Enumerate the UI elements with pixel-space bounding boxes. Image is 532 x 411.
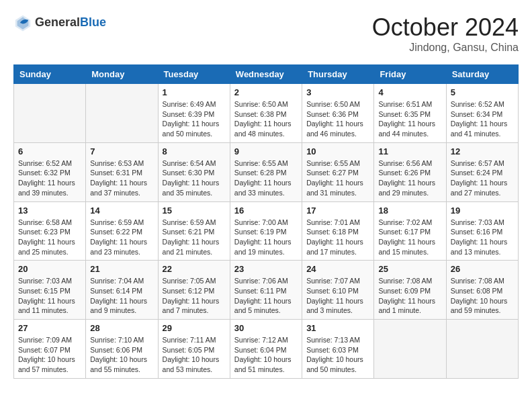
calendar-week-2: 6Sunrise: 6:52 AMSunset: 6:32 PMDaylight…: [14, 142, 519, 201]
calendar-cell: 20Sunrise: 7:03 AMSunset: 6:15 PMDayligh…: [14, 261, 86, 320]
day-info: Sunrise: 6:56 AMSunset: 6:26 PMDaylight:…: [378, 158, 441, 198]
calendar-cell: 25Sunrise: 7:08 AMSunset: 6:09 PMDayligh…: [374, 261, 446, 320]
day-header-sunday: Sunday: [14, 65, 86, 84]
logo-icon: [13, 13, 32, 32]
day-number: 28: [90, 323, 153, 333]
day-info: Sunrise: 6:51 AMSunset: 6:35 PMDaylight:…: [378, 99, 441, 139]
logo-text: GeneralBlue: [35, 16, 106, 30]
calendar-cell: 22Sunrise: 7:05 AMSunset: 6:12 PMDayligh…: [158, 261, 230, 320]
calendar-cell: [374, 320, 446, 379]
calendar-header-row: SundayMondayTuesdayWednesdayThursdayFrid…: [14, 65, 519, 84]
day-number: 4: [378, 87, 441, 97]
day-info: Sunrise: 6:53 AMSunset: 6:31 PMDaylight:…: [90, 158, 153, 198]
day-number: 25: [378, 264, 441, 274]
day-number: 21: [90, 264, 153, 274]
calendar-cell: 10Sunrise: 6:55 AMSunset: 6:27 PMDayligh…: [302, 142, 374, 201]
day-number: 27: [18, 323, 81, 333]
day-info: Sunrise: 6:52 AMSunset: 6:32 PMDaylight:…: [18, 158, 81, 198]
month-title: October 2024: [372, 13, 519, 42]
calendar-cell: 1Sunrise: 6:49 AMSunset: 6:39 PMDaylight…: [158, 84, 230, 143]
day-number: 24: [306, 264, 369, 274]
day-info: Sunrise: 6:49 AMSunset: 6:39 PMDaylight:…: [163, 99, 226, 139]
calendar-cell: 9Sunrise: 6:55 AMSunset: 6:28 PMDaylight…: [230, 142, 302, 201]
day-info: Sunrise: 7:11 AMSunset: 6:05 PMDaylight:…: [163, 335, 226, 375]
calendar-cell: 2Sunrise: 6:50 AMSunset: 6:38 PMDaylight…: [230, 84, 302, 143]
logo: GeneralBlue: [13, 13, 106, 32]
day-number: 14: [90, 205, 153, 216]
calendar-cell: 26Sunrise: 7:08 AMSunset: 6:08 PMDayligh…: [446, 261, 518, 320]
calendar-cell: 6Sunrise: 6:52 AMSunset: 6:32 PMDaylight…: [14, 142, 86, 201]
day-number: 15: [163, 205, 226, 216]
day-number: 22: [163, 264, 226, 274]
day-info: Sunrise: 7:03 AMSunset: 6:15 PMDaylight:…: [18, 276, 81, 316]
day-header-friday: Friday: [374, 65, 446, 84]
day-info: Sunrise: 7:08 AMSunset: 6:08 PMDaylight:…: [451, 276, 514, 316]
day-number: 9: [234, 146, 298, 156]
calendar-cell: 3Sunrise: 6:50 AMSunset: 6:36 PMDaylight…: [302, 84, 374, 143]
calendar-cell: 14Sunrise: 6:59 AMSunset: 6:22 PMDayligh…: [86, 201, 158, 261]
calendar-cell: 11Sunrise: 6:56 AMSunset: 6:26 PMDayligh…: [374, 142, 446, 201]
day-info: Sunrise: 7:02 AMSunset: 6:17 PMDaylight:…: [378, 218, 441, 257]
day-info: Sunrise: 7:05 AMSunset: 6:12 PMDaylight:…: [163, 276, 226, 316]
day-number: 26: [451, 264, 514, 274]
calendar-cell: 29Sunrise: 7:11 AMSunset: 6:05 PMDayligh…: [158, 320, 230, 379]
day-number: 8: [163, 146, 226, 156]
day-number: 20: [18, 264, 81, 274]
day-info: Sunrise: 6:52 AMSunset: 6:34 PMDaylight:…: [451, 99, 514, 139]
day-number: 16: [234, 205, 298, 216]
day-info: Sunrise: 7:06 AMSunset: 6:11 PMDaylight:…: [234, 276, 298, 316]
calendar-cell: 12Sunrise: 6:57 AMSunset: 6:24 PMDayligh…: [446, 142, 518, 201]
day-info: Sunrise: 6:55 AMSunset: 6:27 PMDaylight:…: [306, 158, 369, 198]
day-info: Sunrise: 7:09 AMSunset: 6:07 PMDaylight:…: [18, 335, 81, 375]
calendar: SundayMondayTuesdayWednesdayThursdayFrid…: [13, 64, 519, 379]
calendar-cell: 27Sunrise: 7:09 AMSunset: 6:07 PMDayligh…: [14, 320, 86, 379]
day-info: Sunrise: 6:59 AMSunset: 6:21 PMDaylight:…: [163, 218, 226, 257]
day-info: Sunrise: 6:58 AMSunset: 6:23 PMDaylight:…: [18, 218, 81, 257]
day-header-thursday: Thursday: [302, 65, 374, 84]
day-info: Sunrise: 7:13 AMSunset: 6:03 PMDaylight:…: [306, 335, 369, 375]
day-info: Sunrise: 6:55 AMSunset: 6:28 PMDaylight:…: [234, 158, 298, 198]
calendar-cell: 16Sunrise: 7:00 AMSunset: 6:19 PMDayligh…: [230, 201, 302, 261]
calendar-cell: 30Sunrise: 7:12 AMSunset: 6:04 PMDayligh…: [230, 320, 302, 379]
day-number: 19: [451, 205, 514, 216]
day-number: 3: [306, 87, 369, 97]
day-header-monday: Monday: [86, 65, 158, 84]
calendar-cell: 23Sunrise: 7:06 AMSunset: 6:11 PMDayligh…: [230, 261, 302, 320]
day-number: 17: [306, 205, 369, 216]
day-number: 12: [451, 146, 514, 156]
calendar-cell: 17Sunrise: 7:01 AMSunset: 6:18 PMDayligh…: [302, 201, 374, 261]
day-info: Sunrise: 7:00 AMSunset: 6:19 PMDaylight:…: [234, 218, 298, 257]
day-number: 11: [378, 146, 441, 156]
day-header-wednesday: Wednesday: [230, 65, 302, 84]
calendar-cell: 7Sunrise: 6:53 AMSunset: 6:31 PMDaylight…: [86, 142, 158, 201]
day-number: 31: [306, 323, 369, 333]
day-number: 2: [234, 87, 298, 97]
day-info: Sunrise: 7:10 AMSunset: 6:06 PMDaylight:…: [90, 335, 153, 375]
calendar-cell: [446, 320, 518, 379]
calendar-week-3: 13Sunrise: 6:58 AMSunset: 6:23 PMDayligh…: [14, 201, 519, 261]
calendar-week-5: 27Sunrise: 7:09 AMSunset: 6:07 PMDayligh…: [14, 320, 519, 379]
day-number: 18: [378, 205, 441, 216]
calendar-cell: 8Sunrise: 6:54 AMSunset: 6:30 PMDaylight…: [158, 142, 230, 201]
logo-general-text: GeneralBlue: [35, 16, 106, 30]
calendar-cell: 4Sunrise: 6:51 AMSunset: 6:35 PMDaylight…: [374, 84, 446, 143]
calendar-cell: 13Sunrise: 6:58 AMSunset: 6:23 PMDayligh…: [14, 201, 86, 261]
day-info: Sunrise: 7:07 AMSunset: 6:10 PMDaylight:…: [306, 276, 369, 316]
calendar-cell: 21Sunrise: 7:04 AMSunset: 6:14 PMDayligh…: [86, 261, 158, 320]
day-info: Sunrise: 7:12 AMSunset: 6:04 PMDaylight:…: [234, 335, 298, 375]
calendar-week-1: 1Sunrise: 6:49 AMSunset: 6:39 PMDaylight…: [14, 84, 519, 143]
day-info: Sunrise: 6:54 AMSunset: 6:30 PMDaylight:…: [163, 158, 226, 198]
title-block: October 2024 Jindong, Gansu, China: [372, 13, 519, 54]
calendar-cell: [86, 84, 158, 143]
day-number: 1: [163, 87, 226, 97]
day-info: Sunrise: 6:59 AMSunset: 6:22 PMDaylight:…: [90, 218, 153, 257]
calendar-cell: 24Sunrise: 7:07 AMSunset: 6:10 PMDayligh…: [302, 261, 374, 320]
calendar-week-4: 20Sunrise: 7:03 AMSunset: 6:15 PMDayligh…: [14, 261, 519, 320]
day-number: 7: [90, 146, 153, 156]
day-number: 23: [234, 264, 298, 274]
day-number: 10: [306, 146, 369, 156]
day-info: Sunrise: 7:08 AMSunset: 6:09 PMDaylight:…: [378, 276, 441, 316]
location: Jindong, Gansu, China: [372, 42, 519, 54]
calendar-cell: 19Sunrise: 7:03 AMSunset: 6:16 PMDayligh…: [446, 201, 518, 261]
day-number: 6: [18, 146, 81, 156]
